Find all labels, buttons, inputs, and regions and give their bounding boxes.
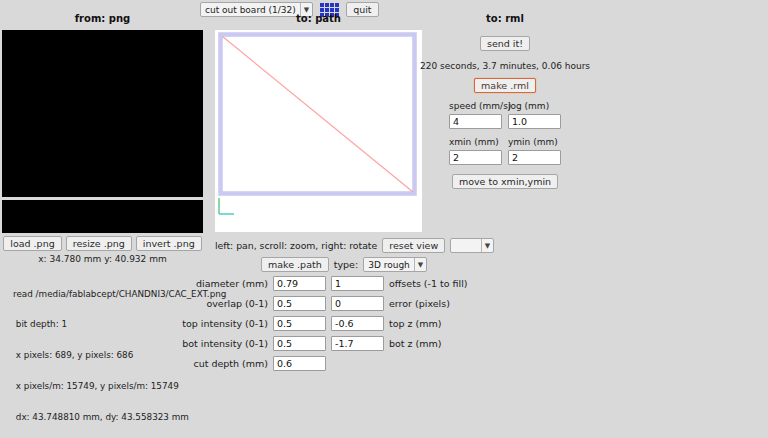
- resize-png-button[interactable]: resize .png: [66, 236, 132, 251]
- time-estimate: 220 seconds, 3.7 minutes, 0.06 hours: [420, 61, 590, 71]
- chevron-down-icon: ▼: [414, 258, 426, 271]
- top-intensity-input[interactable]: [273, 316, 326, 331]
- diameter-label: diameter (mm): [150, 278, 268, 289]
- field-row-top-intensity: top intensity (0-1) top z (mm): [150, 316, 442, 331]
- from-png-title: from: png: [0, 13, 205, 24]
- field-row-diameter: diameter (mm) offsets (-1 to fill): [150, 276, 468, 291]
- png-button-row: load .png resize .png invert .png: [2, 236, 203, 251]
- ymin-input[interactable]: [508, 150, 561, 165]
- cut-depth-label: cut depth (mm): [150, 358, 268, 369]
- xmin-input[interactable]: [449, 150, 502, 165]
- to-path-title: to: path: [215, 13, 422, 24]
- path-type-select-value: 3D rough: [364, 260, 414, 270]
- speed-input[interactable]: [449, 114, 502, 129]
- top-intensity-label: top intensity (0-1): [150, 318, 268, 329]
- load-png-button[interactable]: load .png: [3, 236, 61, 251]
- path-type-select[interactable]: 3D rough ▼: [363, 257, 427, 272]
- error-input[interactable]: [331, 296, 384, 311]
- info-line-pixels-per-m: x pixels/m: 15749, y pixels/m: 15749: [13, 381, 226, 391]
- png-image-canvas-lower[interactable]: [2, 200, 203, 233]
- chevron-down-icon: ▼: [481, 239, 493, 252]
- to-rml-panel: to: rml send it! 220 seconds, 3.7 minute…: [435, 13, 575, 189]
- reset-view-button[interactable]: reset view: [382, 238, 445, 253]
- field-row-cut-depth: cut depth (mm): [150, 356, 326, 371]
- error-label: error (pixels): [389, 298, 450, 309]
- make-path-button[interactable]: make .path: [261, 257, 329, 272]
- top-z-input[interactable]: [331, 316, 384, 331]
- xmin-label: xmin (mm): [449, 137, 508, 147]
- view-controls-row: left: pan, scroll: zoom, right: rotate r…: [215, 238, 494, 253]
- bot-intensity-label: bot intensity (0-1): [150, 338, 268, 349]
- bot-z-input[interactable]: [331, 336, 384, 351]
- bot-z-label: bot z (mm): [389, 338, 442, 349]
- invert-png-button[interactable]: invert .png: [136, 236, 202, 251]
- view-hint-text: left: pan, scroll: zoom, right: rotate: [215, 240, 377, 251]
- path-view-select[interactable]: ▼: [450, 238, 494, 253]
- path-view-canvas[interactable]: [215, 30, 422, 232]
- ymin-label: ymin (mm): [508, 137, 558, 147]
- overlap-label: overlap (0-1): [150, 298, 268, 309]
- offsets-input[interactable]: [331, 276, 384, 291]
- speed-jog-labels: speed (mm/s) jog (mm): [449, 101, 561, 111]
- jog-label: jog (mm): [508, 101, 549, 111]
- make-path-row: make .path type: 3D rough ▼: [261, 257, 427, 272]
- send-it-button[interactable]: send it!: [480, 36, 530, 51]
- toolpath-line: [223, 37, 414, 193]
- speed-jog-inputs: [449, 114, 561, 129]
- move-to-xmin-ymin-button[interactable]: move to xmin,ymin: [452, 174, 558, 189]
- jog-input[interactable]: [508, 114, 561, 129]
- to-rml-title: to: rml: [486, 13, 524, 24]
- field-row-bot-intensity: bot intensity (0-1) bot z (mm): [150, 336, 442, 351]
- offsets-label: offsets (-1 to fill): [389, 278, 468, 289]
- cut-depth-input[interactable]: [273, 356, 326, 371]
- png-image-canvas[interactable]: [2, 30, 203, 197]
- speed-label: speed (mm/s): [449, 101, 508, 111]
- cursor-position-readout: x: 34.780 mm y: 40.932 mm: [2, 254, 203, 264]
- type-label: type:: [334, 259, 358, 270]
- bot-intensity-input[interactable]: [273, 336, 326, 351]
- info-line-dimensions: dx: 43.748810 mm, dy: 43.558323 mm: [13, 412, 226, 422]
- xmin-ymin-labels: xmin (mm) ymin (mm): [449, 137, 561, 147]
- diameter-input[interactable]: [273, 276, 326, 291]
- xmin-ymin-inputs: [449, 150, 561, 165]
- make-rml-button[interactable]: make .rml: [474, 78, 536, 93]
- top-z-label: top z (mm): [389, 318, 442, 329]
- overlap-input[interactable]: [273, 296, 326, 311]
- field-row-overlap: overlap (0-1) error (pixels): [150, 296, 450, 311]
